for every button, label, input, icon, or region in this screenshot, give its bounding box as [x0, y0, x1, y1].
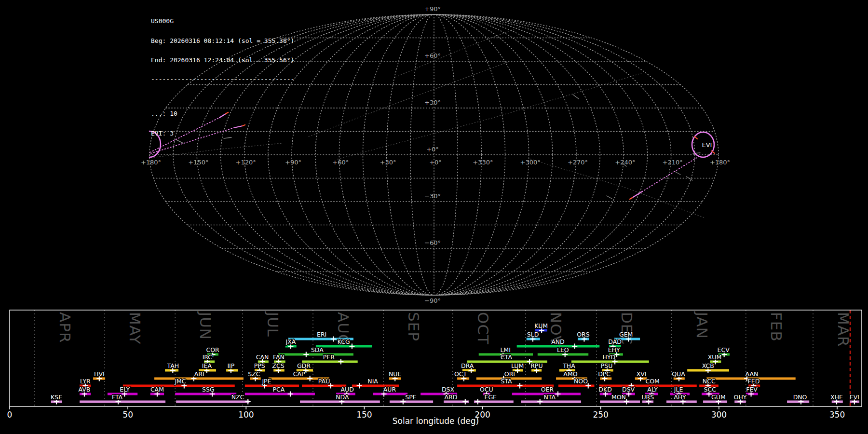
x-tick-label-100: 100 [238, 410, 254, 420]
shower-bar-sda [278, 353, 353, 356]
map-lon-label: +180° [141, 159, 161, 166]
shower-label-nta: NTA [544, 393, 556, 401]
shower-peak-nta [537, 399, 542, 405]
map-lat-label: −90° [424, 297, 441, 304]
shower-label-aly: ALY [647, 386, 658, 393]
shower-bar-fta [80, 401, 165, 403]
shower-label-and: AND [551, 338, 565, 345]
shower-label-dno: DNO [793, 393, 807, 401]
shower-label-jmc: JMC [174, 378, 186, 385]
session-end: End: 20260316 12:24:04 (sol = 355.56°) [151, 57, 294, 64]
shower-label-dsx: DSX [442, 386, 455, 393]
shower-label-ard: ARD [444, 393, 457, 401]
map-lon-label: +60° [332, 159, 349, 166]
shower-label-fed: FED [748, 378, 760, 385]
map-lon-label: +270° [568, 159, 588, 166]
map-lat-label: +90° [424, 5, 441, 13]
map-lon-label: +180° [710, 159, 730, 166]
shower-peak-ard [462, 399, 468, 405]
shower-bar-aur [373, 393, 407, 395]
month-label-jan: JAN [693, 311, 711, 339]
shower-label-tha: THA [562, 362, 575, 369]
month-label-oct: OCT [475, 312, 492, 345]
shower-label-rpu: RPU [530, 362, 542, 369]
shower-bar-pca [245, 393, 315, 395]
shower-label-ecv: ECV [718, 346, 730, 353]
shower-label-ari: ARI [194, 370, 204, 378]
shower-label-per: PER [323, 353, 335, 361]
shower-label-nia: NIA [367, 378, 378, 385]
radiant-trail-tip [630, 198, 632, 199]
shower-label-cam: CAM [150, 386, 164, 393]
shower-label-ors: ORS [577, 331, 590, 338]
shower-bar-kcg [316, 345, 372, 348]
shower-label-kum: KUM [534, 322, 548, 329]
map-lat-label: +60° [424, 52, 441, 59]
shower-label-kse: KSE [51, 393, 62, 401]
shower-label-dad: DAD [608, 338, 622, 345]
x-tick-label-50: 50 [122, 410, 133, 420]
shower-peak-pca [287, 392, 293, 397]
shower-label-iea: IEA [202, 362, 212, 369]
shower-peak-sda [303, 352, 309, 357]
shower-bar-dno [787, 401, 809, 403]
shower-label-nda: NDA [336, 393, 349, 401]
shower-label-jxa: JXA [285, 338, 296, 345]
shower-label-evi: EVI [850, 393, 859, 401]
shower-label-jle: JLE [674, 386, 683, 393]
shower-label-lyr: LYR [80, 378, 91, 385]
shower-peak-cap [307, 376, 312, 381]
shower-label-ocu: OCU [480, 386, 493, 393]
header-separator: -------------------------------------- [151, 76, 294, 82]
shower-label-pps: PPS [254, 362, 265, 369]
x-tick-label-350: 350 [829, 410, 845, 420]
shower-label-irc: IRC [203, 353, 213, 361]
shower-bar-ari [154, 378, 244, 380]
shower-bar-gum [703, 401, 727, 403]
shower-peak-nzc [245, 399, 251, 405]
shower-label-ohy: OHY [734, 393, 747, 401]
shower-bar-pau [302, 385, 346, 387]
shower-label-cap: CAP [293, 370, 305, 378]
shower-label-fev: FEV [746, 386, 758, 393]
map-lon-label: +90° [285, 159, 301, 166]
map-lon-label: +30° [380, 159, 396, 166]
shower-label-pca: PCA [273, 386, 285, 393]
shower-label-amo: AMO [563, 370, 577, 378]
shower-label-mon: MON [611, 393, 626, 401]
x-tick-label-300: 300 [711, 410, 727, 420]
shower-label-nue: NUE [389, 370, 401, 378]
shower-label-psu: PSU [601, 362, 613, 369]
map-lat-label: +0° [426, 146, 439, 153]
shower-label-kcg: KCG [338, 338, 350, 345]
shower-label-xhe: XHE [830, 393, 843, 401]
shower-label-ahy: AHY [674, 393, 686, 401]
map-lon-label: +120° [236, 159, 256, 166]
shower-label-aud: AUD [340, 386, 353, 393]
shower-label-tah: TAH [166, 362, 179, 369]
shower-bar-ssg [175, 393, 236, 395]
radiant-accent-tick [694, 136, 697, 139]
shower-label-avb: AVB [78, 386, 90, 393]
plot-canvas: +180°+150°+120°+90°+60°+30°+0°+330°+300°… [0, 0, 868, 434]
map-lon-label: +300° [520, 159, 541, 166]
meteor-session-plot: +180°+150°+120°+90°+60°+30°+0°+330°+300°… [0, 0, 868, 434]
map-lat-label: +30° [424, 99, 441, 106]
shower-label-jpe: JPE [261, 378, 271, 385]
shower-label-noo: NOO [574, 378, 588, 385]
map-lat-label: −30° [424, 192, 441, 200]
shower-bar-jmc [123, 385, 235, 387]
shower-peak-oer [555, 392, 560, 397]
x-axis-label: Solar longitude (deg) [393, 416, 479, 426]
decor-dash [607, 196, 612, 199]
shower-bar-spe [390, 401, 433, 403]
shower-label-lmi: LMI [500, 346, 510, 353]
x-tick-label-0: 0 [7, 410, 13, 420]
month-label-feb: FEB [768, 312, 785, 342]
session-id: US000G [151, 18, 294, 25]
shower-peak-per [338, 359, 343, 365]
shower-label-gem: GEM [619, 331, 633, 338]
map-lon-label: +0° [429, 159, 442, 166]
map-lon-label: +330° [473, 159, 493, 166]
shower-label-xvi: XVI [637, 370, 647, 378]
